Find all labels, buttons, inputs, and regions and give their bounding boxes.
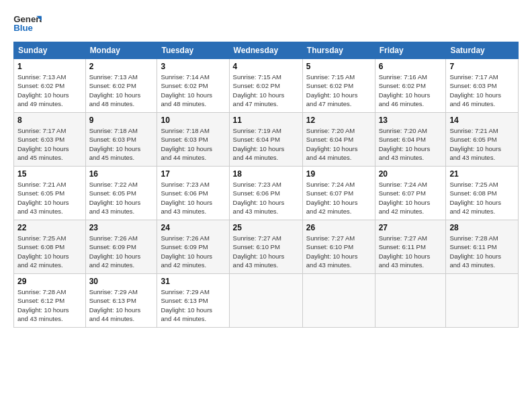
- calendar-cell: 20Sunrise: 7:24 AM Sunset: 6:07 PM Dayli…: [375, 167, 446, 220]
- calendar-week-3: 15Sunrise: 7:21 AM Sunset: 6:05 PM Dayli…: [14, 167, 519, 220]
- calendar-table: SundayMondayTuesdayWednesdayThursdayFrid…: [13, 42, 519, 328]
- day-number: 20: [379, 169, 443, 179]
- weekday-header-row: SundayMondayTuesdayWednesdayThursdayFrid…: [14, 42, 519, 59]
- calendar-cell: 25Sunrise: 7:27 AM Sunset: 6:10 PM Dayli…: [229, 220, 302, 274]
- calendar-cell: 18Sunrise: 7:23 AM Sunset: 6:06 PM Dayli…: [229, 167, 302, 220]
- day-info: Sunrise: 7:15 AM Sunset: 6:02 PM Dayligh…: [233, 73, 299, 108]
- calendar-cell: 30Sunrise: 7:29 AM Sunset: 6:13 PM Dayli…: [85, 274, 157, 328]
- day-info: Sunrise: 7:18 AM Sunset: 6:03 PM Dayligh…: [161, 126, 225, 162]
- day-number: 26: [306, 223, 371, 232]
- calendar-cell: 26Sunrise: 7:27 AM Sunset: 6:10 PM Dayli…: [302, 220, 375, 274]
- calendar-cell: 29Sunrise: 7:28 AM Sunset: 6:12 PM Dayli…: [14, 274, 86, 328]
- calendar-cell: [446, 274, 519, 328]
- day-info: Sunrise: 7:20 AM Sunset: 6:04 PM Dayligh…: [379, 126, 443, 162]
- day-info: Sunrise: 7:25 AM Sunset: 6:08 PM Dayligh…: [17, 234, 82, 269]
- calendar-cell: 31Sunrise: 7:29 AM Sunset: 6:13 PM Dayli…: [157, 274, 229, 328]
- calendar-cell: 12Sunrise: 7:20 AM Sunset: 6:04 PM Dayli…: [302, 113, 375, 167]
- calendar-cell: 10Sunrise: 7:18 AM Sunset: 6:03 PM Dayli…: [157, 113, 229, 167]
- calendar-week-1: 1Sunrise: 7:13 AM Sunset: 6:02 PM Daylig…: [14, 59, 519, 113]
- calendar-cell: 16Sunrise: 7:22 AM Sunset: 6:05 PM Dayli…: [85, 167, 157, 220]
- calendar-cell: 24Sunrise: 7:26 AM Sunset: 6:09 PM Dayli…: [157, 220, 229, 274]
- calendar-cell: 11Sunrise: 7:19 AM Sunset: 6:04 PM Dayli…: [229, 113, 302, 167]
- day-info: Sunrise: 7:28 AM Sunset: 6:11 PM Dayligh…: [449, 234, 515, 269]
- day-info: Sunrise: 7:29 AM Sunset: 6:13 PM Dayligh…: [161, 287, 225, 323]
- day-info: Sunrise: 7:18 AM Sunset: 6:03 PM Dayligh…: [89, 126, 154, 162]
- calendar-cell: 8Sunrise: 7:17 AM Sunset: 6:03 PM Daylig…: [14, 113, 86, 167]
- day-number: 30: [89, 277, 154, 286]
- weekday-sunday: Sunday: [14, 42, 86, 59]
- day-info: Sunrise: 7:25 AM Sunset: 6:08 PM Dayligh…: [449, 180, 515, 216]
- day-number: 13: [379, 116, 443, 125]
- day-info: Sunrise: 7:27 AM Sunset: 6:11 PM Dayligh…: [379, 234, 443, 269]
- day-number: 3: [161, 62, 225, 71]
- logo: General Blue: [13, 12, 44, 36]
- calendar-cell: 1Sunrise: 7:13 AM Sunset: 6:02 PM Daylig…: [14, 59, 86, 113]
- day-number: 1: [17, 62, 82, 71]
- day-info: Sunrise: 7:26 AM Sunset: 6:09 PM Dayligh…: [89, 234, 154, 269]
- day-number: 22: [17, 223, 82, 232]
- day-info: Sunrise: 7:17 AM Sunset: 6:03 PM Dayligh…: [449, 73, 515, 108]
- calendar-cell: 9Sunrise: 7:18 AM Sunset: 6:03 PM Daylig…: [85, 113, 157, 167]
- day-info: Sunrise: 7:21 AM Sunset: 6:05 PM Dayligh…: [17, 180, 82, 216]
- day-info: Sunrise: 7:20 AM Sunset: 6:04 PM Dayligh…: [306, 126, 371, 162]
- day-info: Sunrise: 7:17 AM Sunset: 6:03 PM Dayligh…: [17, 126, 82, 162]
- day-info: Sunrise: 7:23 AM Sunset: 6:06 PM Dayligh…: [161, 180, 225, 216]
- calendar-cell: 5Sunrise: 7:15 AM Sunset: 6:02 PM Daylig…: [302, 59, 375, 113]
- calendar-cell: 4Sunrise: 7:15 AM Sunset: 6:02 PM Daylig…: [229, 59, 302, 113]
- day-number: 21: [449, 169, 515, 179]
- day-number: 12: [306, 116, 371, 125]
- day-number: 23: [89, 223, 154, 232]
- day-info: Sunrise: 7:21 AM Sunset: 6:05 PM Dayligh…: [449, 126, 515, 162]
- calendar-week-4: 22Sunrise: 7:25 AM Sunset: 6:08 PM Dayli…: [14, 220, 519, 274]
- calendar-cell: 2Sunrise: 7:13 AM Sunset: 6:02 PM Daylig…: [85, 59, 157, 113]
- calendar-cell: 13Sunrise: 7:20 AM Sunset: 6:04 PM Dayli…: [375, 113, 446, 167]
- day-number: 9: [89, 116, 154, 125]
- day-number: 6: [379, 62, 443, 71]
- day-info: Sunrise: 7:23 AM Sunset: 6:06 PM Dayligh…: [233, 180, 299, 216]
- day-number: 27: [379, 223, 443, 232]
- day-number: 16: [89, 169, 154, 179]
- svg-text:Blue: Blue: [13, 23, 33, 33]
- day-info: Sunrise: 7:27 AM Sunset: 6:10 PM Dayligh…: [233, 234, 299, 269]
- weekday-friday: Friday: [375, 42, 446, 59]
- weekday-monday: Monday: [85, 42, 157, 59]
- weekday-wednesday: Wednesday: [229, 42, 302, 59]
- calendar-cell: 7Sunrise: 7:17 AM Sunset: 6:03 PM Daylig…: [446, 59, 519, 113]
- calendar-cell: 23Sunrise: 7:26 AM Sunset: 6:09 PM Dayli…: [85, 220, 157, 274]
- day-info: Sunrise: 7:26 AM Sunset: 6:09 PM Dayligh…: [161, 234, 225, 269]
- day-number: 28: [449, 223, 515, 232]
- day-info: Sunrise: 7:16 AM Sunset: 6:02 PM Dayligh…: [379, 73, 443, 108]
- day-info: Sunrise: 7:19 AM Sunset: 6:04 PM Dayligh…: [233, 126, 299, 162]
- day-number: 7: [449, 62, 515, 71]
- day-number: 18: [233, 169, 299, 179]
- day-info: Sunrise: 7:27 AM Sunset: 6:10 PM Dayligh…: [306, 234, 371, 269]
- day-number: 15: [17, 169, 82, 179]
- calendar-cell: 22Sunrise: 7:25 AM Sunset: 6:08 PM Dayli…: [14, 220, 86, 274]
- calendar-cell: 27Sunrise: 7:27 AM Sunset: 6:11 PM Dayli…: [375, 220, 446, 274]
- day-info: Sunrise: 7:22 AM Sunset: 6:05 PM Dayligh…: [89, 180, 154, 216]
- day-number: 11: [233, 116, 299, 125]
- day-info: Sunrise: 7:13 AM Sunset: 6:02 PM Dayligh…: [89, 73, 154, 108]
- page-header: General Blue: [13, 12, 519, 36]
- day-info: Sunrise: 7:13 AM Sunset: 6:02 PM Dayligh…: [17, 73, 82, 108]
- day-info: Sunrise: 7:15 AM Sunset: 6:02 PM Dayligh…: [306, 73, 371, 108]
- day-info: Sunrise: 7:24 AM Sunset: 6:07 PM Dayligh…: [379, 180, 443, 216]
- calendar-cell: [375, 274, 446, 328]
- weekday-saturday: Saturday: [446, 42, 519, 59]
- day-info: Sunrise: 7:28 AM Sunset: 6:12 PM Dayligh…: [17, 287, 82, 323]
- day-number: 24: [161, 223, 225, 232]
- day-number: 19: [306, 169, 371, 179]
- calendar-cell: 6Sunrise: 7:16 AM Sunset: 6:02 PM Daylig…: [375, 59, 446, 113]
- day-number: 31: [161, 277, 225, 286]
- calendar-cell: [302, 274, 375, 328]
- calendar-week-2: 8Sunrise: 7:17 AM Sunset: 6:03 PM Daylig…: [14, 113, 519, 167]
- day-info: Sunrise: 7:29 AM Sunset: 6:13 PM Dayligh…: [89, 287, 154, 323]
- day-info: Sunrise: 7:24 AM Sunset: 6:07 PM Dayligh…: [306, 180, 371, 216]
- calendar-cell: 17Sunrise: 7:23 AM Sunset: 6:06 PM Dayli…: [157, 167, 229, 220]
- calendar-cell: 28Sunrise: 7:28 AM Sunset: 6:11 PM Dayli…: [446, 220, 519, 274]
- calendar-cell: 15Sunrise: 7:21 AM Sunset: 6:05 PM Dayli…: [14, 167, 86, 220]
- day-number: 25: [233, 223, 299, 232]
- day-number: 8: [17, 116, 82, 125]
- calendar-cell: 19Sunrise: 7:24 AM Sunset: 6:07 PM Dayli…: [302, 167, 375, 220]
- calendar-cell: 14Sunrise: 7:21 AM Sunset: 6:05 PM Dayli…: [446, 113, 519, 167]
